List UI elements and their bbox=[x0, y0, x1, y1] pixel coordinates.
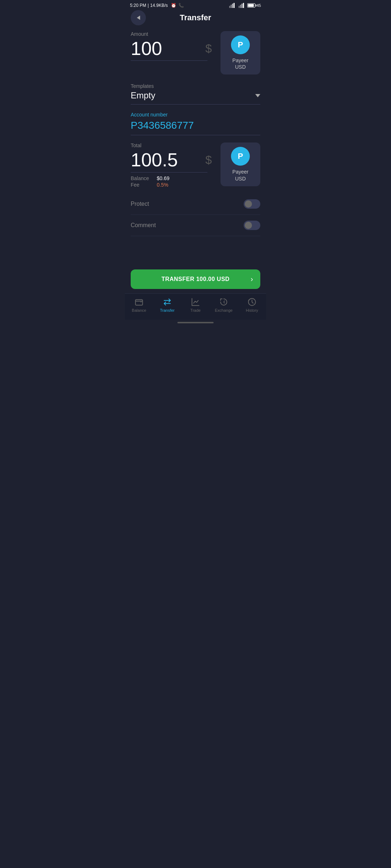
dropdown-arrow-icon bbox=[255, 94, 260, 97]
templates-section: Templates Empty bbox=[131, 83, 260, 105]
nav-label-history: History bbox=[246, 308, 258, 312]
payeer-icon-1: P bbox=[231, 35, 250, 54]
total-label: Total bbox=[131, 142, 216, 148]
nav-label-transfer: Transfer bbox=[160, 308, 175, 312]
status-left: 5:20 PM | 14.9KB/s ⏰ 📞 bbox=[130, 3, 184, 8]
total-underline bbox=[131, 172, 207, 173]
balance-label: Balance bbox=[131, 175, 152, 181]
amount-section: Amount 100 $ P PayeerUSD bbox=[131, 31, 260, 75]
battery-fill bbox=[248, 4, 254, 7]
svg-rect-4 bbox=[239, 6, 240, 8]
amount-underline bbox=[131, 60, 207, 61]
protect-section: Protect bbox=[131, 193, 260, 215]
nav-item-exchange[interactable]: Exchange bbox=[210, 297, 238, 312]
signal-icon bbox=[229, 3, 236, 8]
bottom-nav: Balance Transfer Trade Exchange bbox=[125, 293, 266, 320]
amount-currency: $ bbox=[205, 42, 216, 55]
svg-rect-5 bbox=[240, 5, 241, 8]
transfer-button-label: TRANSFER 100.00 USD bbox=[161, 276, 230, 282]
amount-value-row: 100 $ bbox=[131, 38, 216, 59]
amount-value: 100 bbox=[131, 38, 162, 59]
transfer-nav-icon bbox=[163, 297, 172, 307]
fee-label: Fee bbox=[131, 182, 152, 188]
back-button[interactable] bbox=[131, 10, 146, 25]
signal-icon2 bbox=[239, 3, 246, 8]
protect-label: Protect bbox=[131, 201, 149, 207]
home-bar bbox=[177, 322, 214, 323]
balance-value: $0.69 bbox=[157, 175, 169, 181]
transfer-button[interactable]: TRANSFER 100.00 USD › bbox=[131, 269, 260, 289]
fee-row: Fee 0.5% bbox=[131, 182, 216, 188]
transfer-button-wrapper: TRANSFER 100.00 USD › bbox=[125, 264, 266, 293]
amount-field[interactable]: Amount 100 $ bbox=[131, 31, 216, 61]
svg-rect-2 bbox=[232, 4, 233, 8]
svg-rect-3 bbox=[234, 3, 235, 8]
total-currency: $ bbox=[205, 153, 216, 167]
header: Transfer bbox=[125, 9, 266, 28]
protect-toggle[interactable] bbox=[244, 199, 260, 209]
nav-label-trade: Trade bbox=[190, 308, 201, 312]
svg-rect-0 bbox=[229, 6, 230, 8]
home-indicator bbox=[125, 320, 266, 324]
total-left: Total 100.5 $ Balance $0.69 Fee 0.5% bbox=[131, 142, 216, 187]
total-value-row: 100.5 $ bbox=[131, 150, 216, 170]
balance-fee-section: Balance $0.69 Fee 0.5% bbox=[131, 175, 216, 188]
comment-toggle[interactable] bbox=[244, 221, 260, 230]
status-time: 5:20 PM bbox=[130, 3, 146, 8]
account-number-value[interactable]: P3436586777 bbox=[131, 120, 260, 131]
nav-label-exchange: Exchange bbox=[215, 308, 233, 312]
exchange-nav-icon bbox=[219, 297, 228, 307]
history-nav-icon bbox=[247, 297, 257, 307]
status-bar: 5:20 PM | 14.9KB/s ⏰ 📞 45 bbox=[125, 0, 266, 9]
balance-nav-icon bbox=[134, 297, 144, 307]
trade-nav-icon bbox=[191, 297, 200, 307]
svg-rect-6 bbox=[241, 4, 243, 8]
nav-label-balance: Balance bbox=[132, 308, 146, 312]
battery-icon bbox=[247, 3, 255, 8]
balance-row: Balance $0.69 bbox=[131, 175, 216, 181]
nav-item-trade[interactable]: Trade bbox=[181, 297, 210, 312]
account-number-label: Account number bbox=[131, 112, 260, 118]
comment-label: Comment bbox=[131, 222, 156, 229]
payeer-icon-2: P bbox=[231, 147, 250, 166]
alarm-icon: ⏰ bbox=[171, 3, 176, 8]
back-arrow-icon bbox=[137, 16, 140, 20]
svg-rect-7 bbox=[243, 3, 244, 8]
payeer-letter-1: P bbox=[238, 40, 243, 50]
status-network: | bbox=[148, 3, 149, 8]
payeer-label-1: PayeerUSD bbox=[232, 57, 248, 70]
total-section: Total 100.5 $ Balance $0.69 Fee 0.5% bbox=[131, 142, 260, 187]
payeer-label-2: PayeerUSD bbox=[232, 169, 248, 182]
payeer-letter-2: P bbox=[238, 152, 243, 161]
content-spacer bbox=[125, 242, 266, 264]
status-speed: 14.9KB/s bbox=[150, 3, 168, 8]
total-value: 100.5 bbox=[131, 150, 178, 170]
templates-value: Empty bbox=[131, 90, 155, 101]
amount-label: Amount bbox=[131, 31, 216, 37]
main-content: Amount 100 $ P PayeerUSD Templates Empt bbox=[125, 28, 266, 242]
templates-dropdown[interactable]: Empty bbox=[131, 90, 260, 105]
battery-percent: 45 bbox=[257, 3, 261, 8]
page-title: Transfer bbox=[180, 13, 211, 22]
templates-label: Templates bbox=[131, 83, 260, 89]
call-icon: 📞 bbox=[178, 3, 184, 8]
payeer-card-2[interactable]: P PayeerUSD bbox=[220, 142, 260, 186]
account-section: Account number P3436586777 bbox=[131, 112, 260, 135]
nav-item-history[interactable]: History bbox=[238, 297, 266, 312]
comment-section: Comment bbox=[131, 215, 260, 236]
svg-rect-8 bbox=[135, 299, 143, 305]
fee-value: 0.5% bbox=[157, 182, 168, 188]
status-right: 45 bbox=[229, 3, 261, 8]
transfer-arrow-icon: › bbox=[251, 275, 253, 283]
payeer-card-1[interactable]: P PayeerUSD bbox=[220, 31, 260, 75]
nav-item-transfer[interactable]: Transfer bbox=[153, 297, 181, 312]
svg-rect-1 bbox=[231, 5, 232, 8]
nav-item-balance[interactable]: Balance bbox=[125, 297, 153, 312]
